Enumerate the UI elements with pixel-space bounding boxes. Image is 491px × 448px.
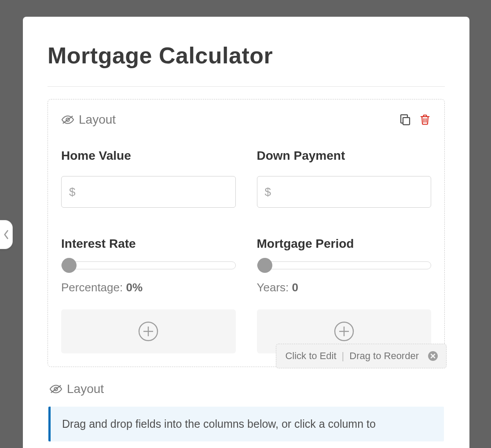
mortgage-period-readout-prefix: Years: [257, 281, 292, 294]
tooltip-divider: | [342, 350, 344, 362]
eye-slash-icon [61, 114, 74, 125]
edit-reorder-tooltip: Click to Edit | Drag to Reorder [276, 344, 447, 368]
plus-circle-icon [138, 321, 158, 342]
interest-rate-readout-prefix: Percentage: [61, 281, 126, 294]
down-payment-label: Down Payment [257, 149, 432, 163]
tooltip-reorder-text: Drag to Reorder [349, 350, 419, 362]
main-panel: Mortgage Calculator Layout [23, 17, 469, 448]
plus-circle-icon [334, 321, 354, 342]
down-payment-input[interactable] [257, 176, 432, 208]
layout-block-2: Layout Drag and drop fields into the col… [48, 382, 445, 441]
interest-rate-label: Interest Rate [61, 237, 236, 251]
home-value-input[interactable] [61, 176, 236, 208]
layout-columns: Home Value $ Interest Rate Percentage: 0… [61, 149, 431, 353]
layout-label: Layout [79, 113, 116, 127]
chevron-left-icon [3, 230, 9, 239]
interest-rate-readout-value: 0% [126, 281, 143, 294]
delete-button[interactable] [419, 114, 431, 126]
mortgage-period-label: Mortgage Period [257, 237, 432, 251]
mortgage-period-readout: Years: 0 [257, 281, 432, 294]
close-circle-icon[interactable] [428, 351, 438, 361]
title-divider [48, 86, 445, 87]
layout-block[interactable]: Layout [48, 99, 445, 367]
side-expand-tab[interactable] [0, 220, 13, 249]
mortgage-period-slider[interactable] [257, 261, 432, 269]
copy-icon [399, 113, 412, 126]
add-field-slot-left[interactable] [61, 309, 236, 353]
interest-rate-readout: Percentage: 0% [61, 281, 236, 294]
down-payment-field: $ [257, 176, 432, 208]
layout-label-2: Layout [67, 382, 104, 396]
layout-header-2: Layout [48, 382, 444, 396]
tooltip-edit-text: Click to Edit [285, 350, 336, 362]
home-value-field: $ [61, 176, 236, 208]
layout-hint-text: Drag and drop fields into the columns be… [62, 418, 376, 430]
layout-column-right: Down Payment $ Mortgage Period Years: 0 [257, 149, 432, 353]
home-value-label: Home Value [61, 149, 236, 163]
trash-icon [419, 114, 431, 126]
svg-rect-2 [403, 118, 410, 125]
mortgage-period-field: Mortgage Period Years: 0 [257, 237, 432, 294]
layout-column-left: Home Value $ Interest Rate Percentage: 0… [61, 149, 236, 353]
interest-rate-slider[interactable] [61, 261, 236, 269]
mortgage-period-readout-value: 0 [292, 281, 298, 294]
duplicate-button[interactable] [399, 113, 412, 126]
interest-rate-field: Interest Rate Percentage: 0% [61, 237, 236, 294]
layout-header: Layout [61, 113, 431, 127]
page-title: Mortgage Calculator [48, 42, 445, 69]
eye-slash-icon [49, 384, 62, 394]
layout-hint-banner: Drag and drop fields into the columns be… [48, 407, 444, 441]
layout-actions [399, 113, 431, 126]
